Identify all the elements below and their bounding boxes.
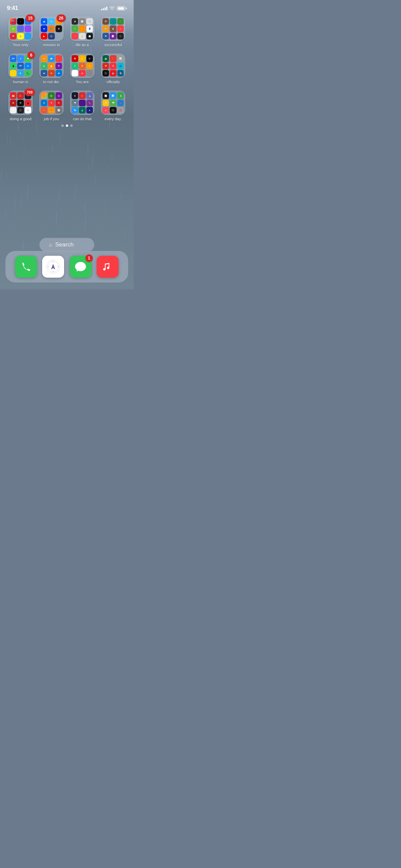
home-screen: 15📸♪fK🎮🟣M👻🐦Your only26⛰VaM🦚★▶🏀mission in… — [0, 14, 134, 127]
folder-label: doing a good — [10, 117, 32, 121]
folder-label: successful — [104, 43, 122, 47]
dock: 1 — [5, 251, 128, 282]
app-grid: 15📸♪fK🎮🟣M👻🐦Your only26⛰VaM🦚★▶🏀mission in… — [5, 16, 128, 122]
dock-app-messages[interactable]: 1 — [70, 256, 92, 278]
search-label: Search — [55, 241, 74, 248]
dock-app-phone[interactable] — [15, 256, 37, 278]
dock-app-safari[interactable] — [42, 256, 64, 278]
page-dot-2[interactable] — [66, 124, 68, 127]
page-dots — [5, 124, 128, 127]
status-bar: 9:41 — [0, 0, 134, 14]
folder-label: Your only — [13, 43, 28, 47]
page-dot-3[interactable] — [70, 124, 73, 127]
status-icons — [101, 6, 127, 11]
page-dot-1[interactable] — [61, 124, 64, 127]
battery-icon — [117, 6, 127, 10]
folder-folder-2[interactable]: 26⛰VaM🦚★▶🏀mission in — [38, 16, 65, 47]
folder-label: every day. — [105, 117, 122, 121]
folder-folder-7[interactable]: 🎯⭐U5EaGGYou are — [69, 53, 96, 84]
folder-label: life as a — [76, 43, 89, 47]
search-button[interactable]: ⌕ Search — [39, 238, 94, 252]
folder-folder-4[interactable]: 📦🟦🌿🔤♟♬W📝⚫successful — [99, 16, 127, 47]
folder-folder-8[interactable]: ☕🔴⬜MG🔵⬛🥤🍕officially — [99, 53, 127, 84]
folder-folder-12[interactable]: 📈📊📗A🗺🔖⚡⬛⭕every day. — [99, 91, 127, 121]
status-time: 9:41 — [7, 5, 18, 12]
folder-label: mission in — [43, 43, 60, 47]
folder-folder-6[interactable]: 🏠📁🚩🐘📋NWP✉to not die. — [38, 53, 65, 84]
folder-folder-9[interactable]: 709📰🔴SBN📱N⚫⬜doing a good — [7, 91, 34, 121]
folder-label: human is — [13, 80, 28, 84]
folder-folder-11[interactable]: ⬇🔴👆👁🔧📡{}Acan do that — [69, 91, 96, 121]
folder-label: job if you — [44, 117, 59, 121]
folder-folder-5[interactable]: 6FPZ💬📱FPm🧈✈📞human is — [7, 53, 34, 84]
search-icon: ⌕ — [49, 242, 52, 248]
folder-label: officially — [107, 80, 120, 84]
search-bar-wrapper: ⌕ Search — [0, 238, 134, 252]
signal-icon — [101, 6, 107, 10]
dock-area: 1 — [5, 251, 128, 282]
folder-label: can do that — [73, 117, 92, 121]
wifi-icon — [109, 6, 115, 11]
folder-label: to not die. — [43, 80, 60, 84]
dock-app-music[interactable] — [97, 256, 119, 278]
folder-folder-3[interactable]: ⚙⬜🔍🟢🟠👤♪💡🕐life as a — [69, 16, 96, 47]
folder-folder-10[interactable]: 🌈🟢🟣EVO🦁🦊⬜job if you — [38, 91, 65, 121]
folder-label: You are — [76, 80, 89, 84]
folder-folder-1[interactable]: 15📸♪fK🎮🟣M👻🐦Your only — [7, 16, 34, 47]
